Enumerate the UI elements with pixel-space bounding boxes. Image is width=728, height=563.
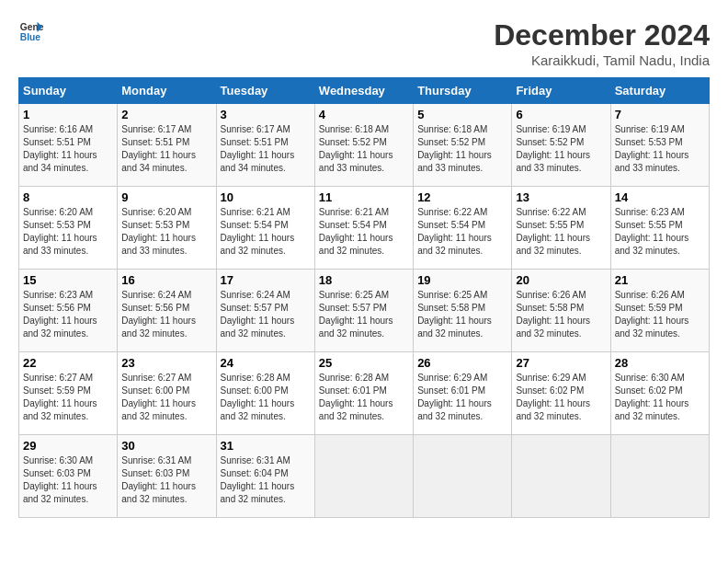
calendar-cell: 9Sunrise: 6:20 AMSunset: 5:53 PMDaylight… [118, 187, 216, 270]
calendar-cell: 25Sunrise: 6:28 AMSunset: 6:01 PMDayligh… [314, 352, 413, 435]
day-info: Sunrise: 6:26 AMSunset: 5:59 PMDaylight:… [615, 289, 705, 340]
day-number: 18 [319, 273, 409, 287]
day-info: Sunrise: 6:30 AMSunset: 6:03 PMDaylight:… [23, 454, 113, 506]
day-number: 24 [221, 356, 311, 370]
day-info: Sunrise: 6:19 AMSunset: 5:52 PMDaylight:… [516, 123, 606, 175]
day-info: Sunrise: 6:23 AMSunset: 5:55 PMDaylight:… [615, 206, 705, 258]
day-info: Sunrise: 6:29 AMSunset: 6:02 PMDaylight:… [516, 372, 606, 423]
calendar-cell: 15Sunrise: 6:23 AMSunset: 5:56 PMDayligh… [19, 270, 118, 352]
day-number: 2 [121, 108, 211, 121]
calendar-cell [610, 435, 709, 518]
calendar-cell: 31Sunrise: 6:31 AMSunset: 6:04 PMDayligh… [216, 435, 314, 518]
day-info: Sunrise: 6:21 AMSunset: 5:54 PMDaylight:… [221, 206, 311, 258]
calendar-cell: 20Sunrise: 6:26 AMSunset: 5:58 PMDayligh… [512, 270, 610, 352]
day-info: Sunrise: 6:17 AMSunset: 5:51 PMDaylight:… [121, 123, 211, 175]
day-number: 26 [417, 356, 507, 370]
calendar-cell: 2Sunrise: 6:17 AMSunset: 5:51 PMDaylight… [118, 104, 216, 187]
calendar-cell: 24Sunrise: 6:28 AMSunset: 6:00 PMDayligh… [216, 352, 314, 435]
day-number: 13 [516, 190, 606, 204]
location-title: Karaikkudi, Tamil Nadu, India [494, 52, 710, 68]
day-info: Sunrise: 6:22 AMSunset: 5:54 PMDaylight:… [417, 206, 507, 258]
day-info: Sunrise: 6:29 AMSunset: 6:01 PMDaylight:… [417, 372, 507, 423]
calendar-cell: 28Sunrise: 6:30 AMSunset: 6:02 PMDayligh… [610, 352, 709, 435]
day-info: Sunrise: 6:28 AMSunset: 6:01 PMDaylight:… [319, 372, 409, 423]
day-number: 14 [615, 190, 705, 204]
calendar-cell: 14Sunrise: 6:23 AMSunset: 5:55 PMDayligh… [610, 187, 709, 270]
calendar-cell: 4Sunrise: 6:18 AMSunset: 5:52 PMDaylight… [314, 104, 413, 187]
weekday-header-thursday: Thursday [414, 78, 512, 104]
day-number: 17 [221, 273, 311, 287]
calendar-cell: 6Sunrise: 6:19 AMSunset: 5:52 PMDaylight… [512, 104, 610, 187]
calendar-cell: 1Sunrise: 6:16 AMSunset: 5:51 PMDaylight… [19, 104, 118, 187]
calendar-cell: 10Sunrise: 6:21 AMSunset: 5:54 PMDayligh… [216, 187, 314, 270]
day-info: Sunrise: 6:22 AMSunset: 5:55 PMDaylight:… [516, 206, 606, 258]
day-info: Sunrise: 6:26 AMSunset: 5:58 PMDaylight:… [516, 289, 606, 340]
day-number: 10 [221, 190, 311, 204]
calendar-cell: 16Sunrise: 6:24 AMSunset: 5:56 PMDayligh… [118, 270, 216, 352]
calendar-cell: 23Sunrise: 6:27 AMSunset: 6:00 PMDayligh… [118, 352, 216, 435]
day-number: 21 [615, 273, 705, 287]
calendar-cell [314, 435, 413, 518]
day-info: Sunrise: 6:30 AMSunset: 6:02 PMDaylight:… [615, 372, 705, 423]
calendar-cell: 7Sunrise: 6:19 AMSunset: 5:53 PMDaylight… [610, 104, 709, 187]
weekday-header-saturday: Saturday [610, 78, 709, 104]
weekday-header-tuesday: Tuesday [216, 78, 314, 104]
day-info: Sunrise: 6:21 AMSunset: 5:54 PMDaylight:… [319, 206, 409, 258]
calendar-cell: 17Sunrise: 6:24 AMSunset: 5:57 PMDayligh… [216, 270, 314, 352]
day-number: 20 [516, 273, 606, 287]
day-info: Sunrise: 6:25 AMSunset: 5:58 PMDaylight:… [417, 289, 507, 340]
day-info: Sunrise: 6:24 AMSunset: 5:56 PMDaylight:… [121, 289, 211, 340]
weekday-header-sunday: Sunday [19, 78, 118, 104]
calendar-cell: 21Sunrise: 6:26 AMSunset: 5:59 PMDayligh… [610, 270, 709, 352]
calendar-cell [414, 435, 512, 518]
day-number: 5 [417, 108, 507, 121]
day-number: 27 [516, 356, 606, 370]
day-info: Sunrise: 6:27 AMSunset: 5:59 PMDaylight:… [23, 372, 113, 423]
calendar-cell: 18Sunrise: 6:25 AMSunset: 5:57 PMDayligh… [314, 270, 413, 352]
day-number: 8 [23, 190, 113, 204]
day-number: 11 [319, 190, 409, 204]
calendar-week-row: 15Sunrise: 6:23 AMSunset: 5:56 PMDayligh… [19, 270, 710, 352]
day-info: Sunrise: 6:23 AMSunset: 5:56 PMDaylight:… [23, 289, 113, 340]
calendar-cell: 29Sunrise: 6:30 AMSunset: 6:03 PMDayligh… [19, 435, 118, 518]
day-number: 12 [417, 190, 507, 204]
calendar-cell: 13Sunrise: 6:22 AMSunset: 5:55 PMDayligh… [512, 187, 610, 270]
calendar-cell: 12Sunrise: 6:22 AMSunset: 5:54 PMDayligh… [414, 187, 512, 270]
calendar-week-row: 29Sunrise: 6:30 AMSunset: 6:03 PMDayligh… [19, 435, 710, 518]
calendar-cell: 26Sunrise: 6:29 AMSunset: 6:01 PMDayligh… [414, 352, 512, 435]
day-info: Sunrise: 6:20 AMSunset: 5:53 PMDaylight:… [121, 206, 211, 258]
day-info: Sunrise: 6:18 AMSunset: 5:52 PMDaylight:… [319, 123, 409, 175]
day-number: 15 [23, 273, 113, 287]
title-area: December 2024 Karaikkudi, Tamil Nadu, In… [494, 18, 710, 68]
page-header: General Blue December 2024 Karaikkudi, T… [18, 18, 710, 68]
day-info: Sunrise: 6:31 AMSunset: 6:04 PMDaylight:… [221, 454, 311, 506]
calendar-cell: 8Sunrise: 6:20 AMSunset: 5:53 PMDaylight… [19, 187, 118, 270]
calendar-cell: 5Sunrise: 6:18 AMSunset: 5:52 PMDaylight… [414, 104, 512, 187]
day-info: Sunrise: 6:27 AMSunset: 6:00 PMDaylight:… [121, 372, 211, 423]
day-info: Sunrise: 6:20 AMSunset: 5:53 PMDaylight:… [23, 206, 113, 258]
calendar-week-row: 22Sunrise: 6:27 AMSunset: 5:59 PMDayligh… [19, 352, 710, 435]
calendar-cell [512, 435, 610, 518]
day-info: Sunrise: 6:17 AMSunset: 5:51 PMDaylight:… [221, 123, 311, 175]
day-info: Sunrise: 6:16 AMSunset: 5:51 PMDaylight:… [23, 123, 113, 175]
weekday-header-row: SundayMondayTuesdayWednesdayThursdayFrid… [19, 78, 710, 104]
day-number: 3 [221, 108, 311, 121]
weekday-header-wednesday: Wednesday [314, 78, 413, 104]
day-number: 23 [121, 356, 211, 370]
day-number: 9 [121, 190, 211, 204]
calendar-cell: 22Sunrise: 6:27 AMSunset: 5:59 PMDayligh… [19, 352, 118, 435]
weekday-header-monday: Monday [118, 78, 216, 104]
weekday-header-friday: Friday [512, 78, 610, 104]
logo-icon: General Blue [18, 18, 44, 44]
day-number: 16 [121, 273, 211, 287]
day-info: Sunrise: 6:31 AMSunset: 6:03 PMDaylight:… [121, 454, 211, 506]
calendar-table: SundayMondayTuesdayWednesdayThursdayFrid… [18, 77, 710, 518]
day-info: Sunrise: 6:19 AMSunset: 5:53 PMDaylight:… [615, 123, 705, 175]
day-number: 19 [417, 273, 507, 287]
calendar-cell: 3Sunrise: 6:17 AMSunset: 5:51 PMDaylight… [216, 104, 314, 187]
day-number: 31 [221, 439, 311, 453]
calendar-cell: 11Sunrise: 6:21 AMSunset: 5:54 PMDayligh… [314, 187, 413, 270]
day-number: 4 [319, 108, 409, 121]
day-number: 29 [23, 439, 113, 453]
calendar-cell: 19Sunrise: 6:25 AMSunset: 5:58 PMDayligh… [414, 270, 512, 352]
